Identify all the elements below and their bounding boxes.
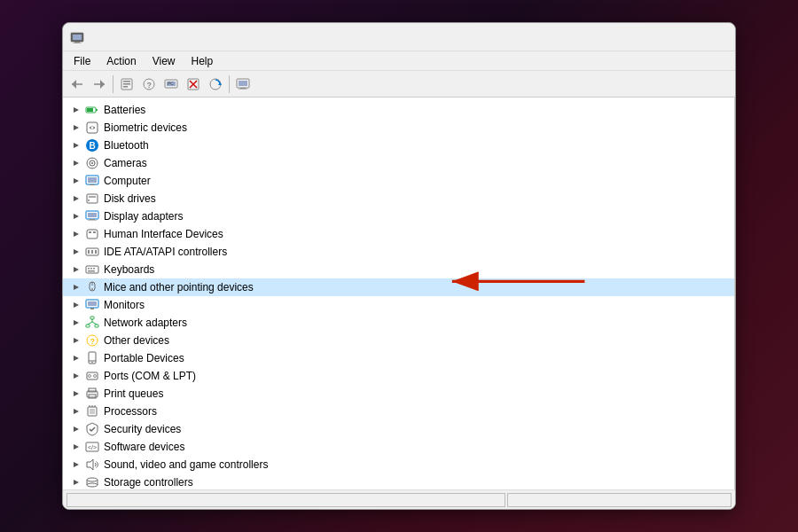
- tree-item-batteries[interactable]: Batteries: [63, 101, 734, 119]
- tree-item-biometric[interactable]: Biometric devices: [63, 119, 734, 137]
- tree-item-label-cameras: Cameras: [104, 157, 147, 169]
- expand-arrow-mice[interactable]: [70, 281, 82, 293]
- tree-item-display[interactable]: Display adapters: [63, 207, 734, 225]
- tree-item-cameras[interactable]: Cameras: [63, 154, 734, 172]
- expand-arrow-processors[interactable]: [70, 405, 82, 418]
- svg-point-92: [89, 375, 91, 378]
- svg-marker-110: [74, 480, 79, 485]
- toolbar-back-button[interactable]: [66, 74, 88, 95]
- expand-arrow-ide[interactable]: [70, 246, 82, 258]
- tree-item-keyboards[interactable]: Keyboards: [63, 261, 734, 278]
- svg-marker-26: [74, 107, 79, 113]
- storage-icon: [84, 474, 100, 489]
- expand-arrow-display[interactable]: [70, 210, 82, 223]
- tree-item-software[interactable]: </>Software devices: [63, 438, 734, 456]
- expand-arrow-security[interactable]: [70, 423, 82, 435]
- software-icon: </>: [84, 439, 100, 455]
- tree-item-storage[interactable]: Storage controllers: [63, 473, 734, 489]
- tree-item-print[interactable]: Print queues: [63, 385, 734, 403]
- tree-item-hid[interactable]: Human Interface Devices: [63, 225, 734, 243]
- menu-help[interactable]: Help: [184, 53, 221, 69]
- expand-arrow-disk[interactable]: [70, 192, 82, 205]
- tree-item-ports[interactable]: Ports (COM & LPT): [63, 367, 734, 385]
- expand-arrow-biometric[interactable]: [70, 121, 82, 134]
- expand-arrow-keyboards[interactable]: [70, 263, 82, 276]
- expand-arrow-portable[interactable]: [70, 352, 82, 364]
- svg-rect-2: [74, 42, 80, 43]
- expand-arrow-hid[interactable]: [70, 228, 82, 240]
- tree-item-computer[interactable]: Computer: [63, 172, 734, 190]
- svg-text:?: ?: [90, 337, 96, 346]
- toolbar-monitor-button[interactable]: [232, 74, 254, 95]
- toolbar-uninstall-button[interactable]: [183, 74, 204, 95]
- toolbar-properties-button[interactable]: [116, 74, 137, 95]
- monitor-icon: [84, 297, 100, 313]
- mouse-icon: [84, 279, 100, 295]
- maximize-button[interactable]: [677, 28, 701, 46]
- expand-arrow-software[interactable]: [70, 441, 82, 453]
- tree-panel[interactable]: BatteriesBiometric devicesBBluetoothCame…: [63, 98, 735, 489]
- window-controls: [650, 28, 728, 46]
- expand-arrow-sound[interactable]: [70, 458, 82, 471]
- svg-point-47: [88, 200, 90, 201]
- security-icon: [84, 421, 100, 437]
- tree-item-mice[interactable]: Mice and other pointing devices: [63, 278, 734, 296]
- svg-rect-11: [123, 86, 128, 88]
- biometric-icon: [84, 120, 100, 136]
- portable-icon: [84, 350, 100, 366]
- expand-arrow-cameras[interactable]: [70, 157, 82, 169]
- main-content: BatteriesBiometric devicesBBluetoothCame…: [63, 98, 735, 489]
- svg-rect-60: [91, 250, 93, 254]
- svg-rect-24: [240, 88, 246, 89]
- tree-item-label-display: Display adapters: [104, 210, 183, 223]
- svg-marker-83: [74, 338, 79, 343]
- expand-arrow-other[interactable]: [70, 334, 82, 347]
- tree-item-label-computer: Computer: [104, 175, 151, 187]
- tree-item-network[interactable]: Network adapters: [63, 314, 734, 332]
- svg-rect-23: [239, 81, 247, 86]
- tree-item-processors[interactable]: Processors: [63, 403, 734, 420]
- toolbar-scan-button[interactable]: [205, 74, 226, 95]
- minimize-button[interactable]: [650, 28, 675, 46]
- svg-marker-68: [74, 285, 79, 290]
- expand-arrow-monitors[interactable]: [70, 299, 82, 311]
- tree-item-monitors[interactable]: Monitors: [63, 296, 734, 314]
- svg-marker-36: [74, 160, 79, 166]
- tree-item-sound[interactable]: Sound, video and game controllers: [63, 456, 734, 473]
- expand-arrow-computer[interactable]: [70, 175, 82, 187]
- tree-item-ide[interactable]: IDE ATA/ATAPI controllers: [63, 243, 734, 261]
- expand-arrow-ports[interactable]: [70, 370, 82, 382]
- expand-arrow-bluetooth[interactable]: [70, 139, 82, 152]
- toolbar-forward-button[interactable]: [89, 74, 110, 95]
- svg-rect-77: [90, 317, 94, 319]
- svg-rect-78: [86, 325, 90, 327]
- svg-marker-104: [74, 426, 79, 432]
- tree-item-disk[interactable]: Disk drives: [63, 190, 734, 207]
- svg-rect-42: [88, 177, 97, 183]
- menu-view[interactable]: View: [145, 53, 183, 69]
- expand-arrow-network[interactable]: [70, 317, 82, 329]
- svg-point-114: [87, 483, 98, 487]
- svg-rect-67: [88, 270, 95, 272]
- tree-item-bluetooth[interactable]: BBluetooth: [63, 137, 734, 154]
- svg-rect-9: [123, 81, 130, 82]
- tree-item-portable[interactable]: Portable Devices: [63, 349, 734, 367]
- svg-marker-98: [74, 409, 79, 414]
- tree-item-security[interactable]: Security devices: [63, 420, 734, 438]
- svg-rect-59: [88, 250, 90, 254]
- tree-item-other[interactable]: ?Other devices: [63, 332, 734, 349]
- svg-point-32: [91, 127, 94, 129]
- menu-action[interactable]: Action: [99, 53, 143, 69]
- tree-item-label-sound: Sound, video and game controllers: [104, 458, 268, 471]
- close-button[interactable]: [703, 28, 728, 46]
- toolbar-help-button[interactable]: ?: [138, 74, 160, 95]
- toolbar-update-button[interactable]: PC: [160, 74, 182, 95]
- svg-rect-51: [90, 219, 95, 220]
- expand-arrow-print[interactable]: [70, 387, 82, 400]
- menu-file[interactable]: File: [66, 53, 98, 69]
- expand-arrow-storage[interactable]: [70, 476, 82, 489]
- tree-item-label-biometric: Biometric devices: [104, 121, 187, 134]
- svg-rect-55: [89, 231, 91, 233]
- expand-arrow-batteries[interactable]: [70, 104, 82, 116]
- tree-item-label-mice: Mice and other pointing devices: [104, 281, 254, 293]
